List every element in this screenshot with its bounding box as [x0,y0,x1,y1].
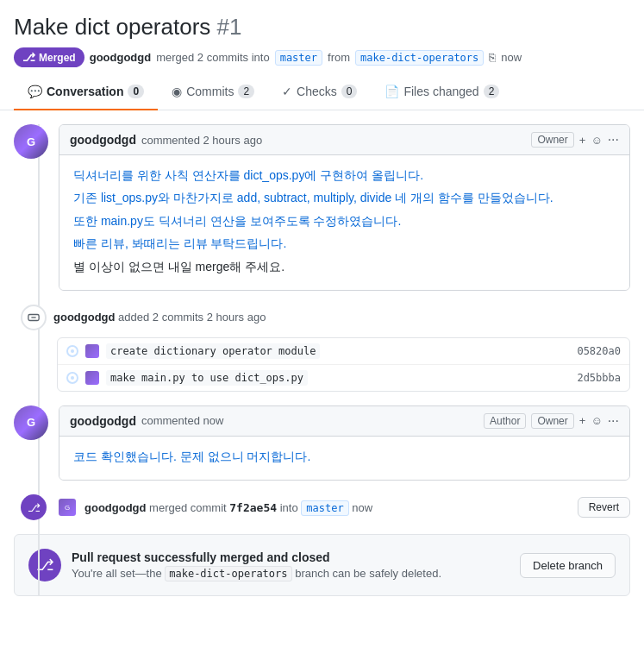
comment1-line2: 기존 list_ops.py와 마찬가지로 add, subtract, mul… [73,188,616,207]
comment1-time: commented 2 hours ago [141,134,262,147]
comment1-text-line2: 기존 list_ops.py와 마찬가지로 add, subtract, mul… [73,191,553,204]
avatar-2[interactable]: G [14,405,48,440]
comment1-line4: 빠른 리뷰, 봐때리는 리뷰 부탁드립니다. [73,234,616,253]
commit-sha-1[interactable]: 05820a0 [577,345,621,357]
comment1-emoji-icon[interactable]: ☺ [591,134,602,147]
timeline: G goodgodgd commented 2 hours ago Owner … [14,124,630,596]
commits-time: 2 hours ago [207,311,266,324]
comment2-author-badge: Author [484,413,526,429]
merged-footer-text: Pull request successfully merged and clo… [72,550,510,580]
pr-author[interactable]: goodgodgd [90,51,151,64]
copy-icon[interactable]: ⎘ [489,51,496,64]
comment2-body-text: 코드 확인했습니다. 문제 없으니 머지합니다. [73,449,310,463]
comment-header-left-2: goodgodgd commented now [70,414,223,428]
comment2-time: commented now [141,414,223,427]
pr-time: now [501,51,522,64]
commits-section: goodgodgd added 2 commits 2 hours ago cr… [14,305,630,392]
merge-branch[interactable]: master [301,500,348,516]
comment-header-2: goodgodgd commented now Author Owner + ☺… [59,406,629,437]
footer-sub-pre: You're all set—the [72,567,162,580]
avatar-1[interactable]: G [14,124,48,159]
tab-conversation[interactable]: 💬 Conversation 0 [14,74,158,110]
pr-meta: ⎇ Merged goodgodgd merged 2 commits into… [14,47,630,67]
comment-header-right-1: Owner + ☺ ··· [531,132,619,148]
comment2-more-icon[interactable]: ··· [608,413,619,429]
pr-action: merged 2 commits into [156,51,270,64]
comment1-more-icon[interactable]: ··· [608,132,619,148]
comment1-plus-icon[interactable]: + [579,134,586,147]
merge-time: now [352,501,372,514]
commit-row-2: make main.py to use dict_ops.py 2d5bbba [58,365,629,391]
merge-into: into [280,501,298,514]
comment2-body: 코드 확인했습니다. 문제 없으니 머지합니다. [59,437,629,480]
content-area: G goodgodgd commented 2 hours ago Owner … [0,110,644,610]
tab-conversation-count: 0 [128,85,144,98]
comment-header-left-1: goodgodgd commented 2 hours ago [70,133,262,147]
pr-number: #1 [217,14,242,40]
merged-footer: ⎇ Pull request successfully merged and c… [14,534,630,596]
commits-icon-circle [21,305,47,330]
tab-files-changed[interactable]: 📄 Files changed 2 [371,74,513,110]
tab-commits-label: Commits [186,85,234,98]
merge-text: goodgodgd merged commit 7f2ae54 into mas… [84,501,372,514]
comment2-plus-icon[interactable]: + [579,414,586,427]
comment1-line3: 또한 main.py도 딕셔너리 연산을 보여주도록 수정하였습니다. [73,211,616,230]
tab-checks[interactable]: ✓ Checks 0 [268,74,371,110]
footer-branch: make-dict-operators [165,566,291,581]
merge-symbol: ⎇ [28,501,41,514]
merge-footer-symbol: ⎇ [36,556,54,575]
comment2-emoji-icon[interactable]: ☺ [591,414,602,427]
merge-event: ⎇ G goodgodgd merged commit 7f2ae54 into… [14,494,630,520]
pr-base-branch[interactable]: master [275,50,322,66]
comment1-author[interactable]: goodgodgd [70,133,136,147]
pr-status-text: Merged [39,52,76,64]
comment-box-1: goodgodgd commented 2 hours ago Owner + … [59,124,630,291]
commits-author[interactable]: goodgodgd [53,311,115,324]
pr-title: Make dict operators #1 [14,14,630,41]
pr-header: Make dict operators #1 ⎇ Merged goodgodg… [0,0,644,74]
comment1-text-line3: 또한 main.py도 딕셔너리 연산을 보여주도록 수정하였습니다. [73,214,401,228]
comment1-line5: 별 이상이 없으면 내일 merge해 주세요. [73,257,616,276]
tab-commits[interactable]: ◉ Commits 2 [158,74,268,110]
commit-row-icon-1 [85,344,99,358]
footer-subtitle: You're all set—the make-dict-operators b… [72,567,510,580]
comment-2: G goodgodgd commented now Author Owner +… [14,405,630,481]
commit-row-1: create dictionary operator module 05820a… [58,338,629,365]
merged-footer-icon: ⎇ [28,549,61,581]
comment-box-2: goodgodgd commented now Author Owner + ☺… [59,405,630,481]
tab-commits-count: 2 [238,85,254,98]
comment1-text-line4: 빠른 리뷰, 봐때리는 리뷰 부탁드립니다. [73,236,286,250]
comment-header-1: goodgodgd commented 2 hours ago Owner + … [59,125,629,155]
comment1-text-line1: 딕셔너리를 위한 사칙 연산자를 dict_ops.py에 구현하여 올립니다. [73,168,423,182]
commits-icon: ◉ [172,85,182,98]
tab-files-count: 2 [484,85,500,98]
conversation-icon: 💬 [28,85,42,98]
footer-sub-post: branch can be safely deleted. [295,567,441,580]
tab-conversation-label: Conversation [47,85,123,98]
tab-files-label: Files changed [403,85,478,98]
comment1-body: 딕셔너리를 위한 사칙 연산자를 dict_ops.py에 구현하여 올립니다.… [59,155,629,290]
commits-meta-text: goodgodgd added 2 commits 2 hours ago [53,311,266,324]
revert-button[interactable]: Revert [578,497,630,518]
commit-dot-1 [66,345,78,357]
footer-title: Pull request successfully merged and clo… [72,550,510,564]
from-label: from [328,51,350,64]
pr-head-branch[interactable]: make-dict-operators [355,50,484,66]
tab-checks-count: 0 [341,85,358,98]
commit-sha-2[interactable]: 2d5bbba [577,372,621,384]
commit-rows: create dictionary operator module 05820a… [57,337,630,392]
tabs-bar: 💬 Conversation 0 ◉ Commits 2 ✓ Checks 0 … [0,74,644,110]
delete-branch-button[interactable]: Delete branch [520,553,616,578]
checks-icon: ✓ [282,85,292,98]
commit-code-1[interactable]: create dictionary operator module [106,343,320,359]
merge-author[interactable]: goodgodgd [84,501,146,514]
comment2-author[interactable]: goodgodgd [70,414,136,428]
comment2-text: 코드 확인했습니다. 문제 없으니 머지합니다. [73,447,616,466]
pr-title-text: Make dict operators [14,14,210,40]
merge-sha[interactable]: 7f2ae54 [229,501,277,514]
commit-code-2[interactable]: make main.py to use dict_ops.py [106,370,308,386]
comment-header-right-2: Author Owner + ☺ ··· [484,413,619,429]
comment1-owner-badge: Owner [531,132,573,148]
tab-checks-label: Checks [297,85,337,98]
comment1-text-line5: 별 이상이 없으면 내일 merge해 주세요. [73,260,284,273]
